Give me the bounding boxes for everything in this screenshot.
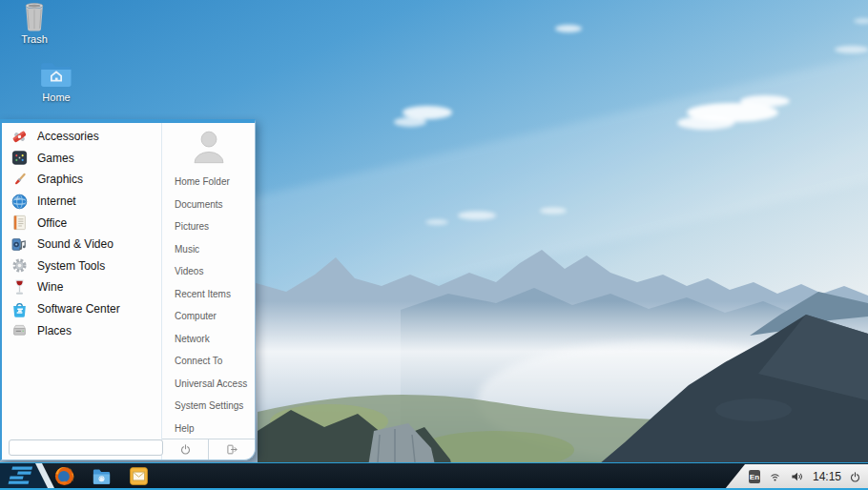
menu-shortcut-item[interactable]: Music xyxy=(162,238,255,261)
desktop: Home Trash Accessories Games xyxy=(0,0,868,490)
menu-category-label: Accessories xyxy=(37,130,99,143)
menu-shortcut-item[interactable]: Videos xyxy=(162,260,255,283)
menu-category-graphics[interactable]: Graphics xyxy=(4,169,160,191)
menu-shortcut-item[interactable]: Pictures xyxy=(162,215,255,238)
logout-icon xyxy=(226,443,238,456)
power-icon xyxy=(849,471,861,483)
menu-category-label: Office xyxy=(37,216,67,230)
volume-icon xyxy=(790,469,805,484)
taskbar-launchers xyxy=(53,465,150,487)
menu-category-label: Places xyxy=(37,324,72,337)
user-avatar[interactable] xyxy=(162,127,255,167)
language-indicator[interactable]: En xyxy=(749,470,760,483)
menu-category-system-tools[interactable]: System Tools xyxy=(4,255,160,277)
menu-shortcut-item[interactable]: Home Folder xyxy=(162,171,255,194)
file-manager-launcher[interactable] xyxy=(91,465,113,487)
internet-icon xyxy=(10,193,29,211)
software-center-icon xyxy=(10,300,29,318)
menu-session-actions xyxy=(162,439,255,459)
menu-search-input[interactable] xyxy=(9,439,163,456)
menu-category-accessories[interactable]: Accessories xyxy=(4,126,160,148)
session-power-button[interactable] xyxy=(849,471,861,483)
desktop-icon-label: Home xyxy=(22,92,91,103)
menu-category-label: Sound & Video xyxy=(37,237,114,251)
menu-category-games[interactable]: Games xyxy=(4,148,160,170)
volume-button[interactable] xyxy=(790,469,805,484)
menu-shortcut-item[interactable]: Network xyxy=(162,328,255,351)
menu-shortcut-item[interactable]: Documents xyxy=(162,194,255,216)
menu-category-label: Software Center xyxy=(37,302,120,316)
menu-category-office[interactable]: Office xyxy=(4,212,160,234)
file-manager-icon xyxy=(91,465,113,487)
firefox-launcher[interactable] xyxy=(53,465,75,487)
menu-category-label: Wine xyxy=(37,280,63,294)
office-icon xyxy=(10,214,29,232)
system-tools-icon xyxy=(10,256,29,275)
menu-category-label: Internet xyxy=(37,194,76,208)
places-icon xyxy=(10,321,29,339)
sound-video-icon xyxy=(10,235,29,254)
wine-icon xyxy=(10,278,29,296)
clock[interactable]: 14:15 xyxy=(813,470,841,483)
menu-category-list: Accessories Games Graphics Internet xyxy=(4,126,160,341)
menu-category-wine[interactable]: Wine xyxy=(4,276,160,298)
menu-category-label: System Tools xyxy=(37,259,105,273)
menu-shortcut-item[interactable]: Connect To xyxy=(162,350,255,373)
desktop-icon-trash[interactable]: Trash xyxy=(0,0,69,45)
app-menu-panel: Accessories Games Graphics Internet xyxy=(0,119,256,460)
mail-launcher[interactable] xyxy=(128,465,150,487)
desktop-icon-home[interactable]: Home xyxy=(22,58,91,103)
network-icon xyxy=(768,470,782,484)
graphics-icon xyxy=(10,171,29,189)
menu-category-places[interactable]: Places xyxy=(4,319,160,341)
menu-shortcut-list: Home Folder Documents Pictures Music Vid… xyxy=(162,171,255,439)
network-status-button[interactable] xyxy=(768,470,782,484)
menu-category-label: Games xyxy=(37,152,74,165)
desktop-icon-image xyxy=(16,0,52,32)
desktop-icon-label: Trash xyxy=(0,33,69,45)
menu-shortcut-item[interactable]: Universal Access xyxy=(162,373,255,396)
user-avatar-icon xyxy=(190,127,228,167)
start-menu-button[interactable] xyxy=(0,463,55,490)
menu-shortcut-item[interactable]: Recent Items xyxy=(162,283,255,306)
menu-category-sound-video[interactable]: Sound & Video xyxy=(4,234,160,255)
menu-category-label: Graphics xyxy=(37,173,83,186)
menu-shortcut-item[interactable]: Computer xyxy=(162,305,255,328)
desktop-icon-image xyxy=(38,58,74,91)
menu-shortcut-item[interactable]: Help xyxy=(162,418,255,440)
games-icon xyxy=(10,149,29,167)
menu-category-internet[interactable]: Internet xyxy=(4,191,160,213)
menu-shortcut-item[interactable]: System Settings xyxy=(162,395,255,418)
power-icon xyxy=(179,443,192,456)
shutdown-button[interactable] xyxy=(162,439,208,459)
firefox-icon xyxy=(53,465,75,487)
mail-icon xyxy=(128,465,150,487)
system-tray: En 14:15 xyxy=(725,464,868,489)
logout-button[interactable] xyxy=(208,439,255,459)
menu-category-software-center[interactable]: Software Center xyxy=(4,298,160,320)
accessories-icon xyxy=(10,128,29,146)
zorin-logo-icon xyxy=(0,463,55,490)
taskbar: En 14:15 xyxy=(0,462,868,490)
